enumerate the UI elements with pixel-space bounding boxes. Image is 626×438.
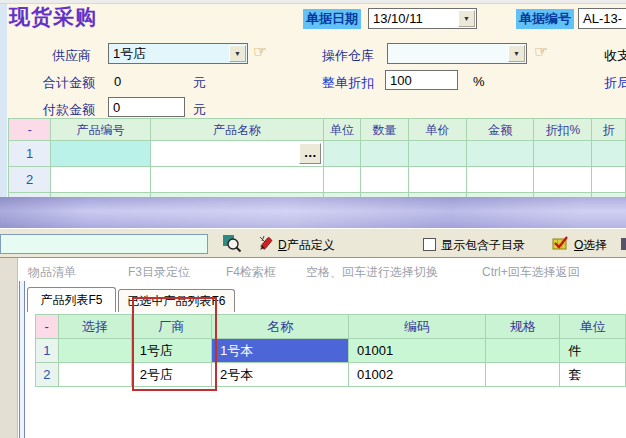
product-name-cell[interactable] — [151, 167, 324, 193]
doc-date-label: 单据日期 — [303, 9, 361, 29]
product-no-cell[interactable] — [51, 167, 150, 193]
doc-no-field[interactable]: AL-13- — [578, 8, 626, 29]
name-cell[interactable]: 2号本 — [212, 363, 349, 387]
order-discount-field[interactable]: 100 — [385, 70, 458, 90]
form-left-strip — [0, 4, 7, 197]
tab-product-list-f5[interactable]: 产品列表F5 — [27, 287, 116, 312]
select-cell[interactable] — [59, 339, 132, 363]
tree-splitter-handle[interactable] — [19, 281, 25, 438]
help-f3: F3目录定位 — [128, 264, 190, 281]
help-space-enter: 空格、回车进行选择切换 — [306, 264, 438, 281]
order-discount-label: 整单折扣 — [322, 74, 374, 92]
select-cell[interactable] — [59, 363, 132, 387]
col-header-discount-pct[interactable]: 折扣% — [534, 119, 592, 141]
col-header-truncated[interactable]: 折 — [592, 119, 626, 141]
search-input[interactable] — [0, 234, 208, 254]
product-no-cell[interactable] — [51, 141, 150, 167]
truncated-cell[interactable] — [592, 141, 626, 167]
col-header-code[interactable]: 编码 — [349, 315, 486, 339]
unit-cell[interactable] — [324, 167, 361, 193]
price-cell[interactable] — [409, 141, 467, 167]
discount-cell[interactable] — [534, 141, 592, 167]
order-items-table: - 产品编号 产品名称 单位 数量 单价 金额 折扣% 折 1 … 2 — [8, 118, 626, 197]
order-row-2[interactable]: 2 — [9, 167, 626, 193]
col-header-qty[interactable]: 数量 — [361, 119, 409, 141]
picker-row-2[interactable]: 2 2号店 2号本 01002 套 — [36, 363, 626, 387]
price-cell[interactable] — [409, 167, 467, 193]
col-header-dash[interactable]: - — [9, 119, 51, 141]
amount-cell[interactable] — [467, 141, 534, 167]
col-header-product-no[interactable]: 产品编号 — [51, 119, 150, 141]
show-subdir-checkbox[interactable] — [423, 238, 436, 251]
left-gutter — [0, 258, 18, 438]
name-cell-selected[interactable]: 1号本 — [212, 339, 349, 363]
pen-icon — [257, 233, 277, 253]
unit-cell[interactable]: 套 — [560, 363, 626, 387]
supplier-label: 供应商 — [52, 47, 91, 65]
col-header-amount[interactable]: 金额 — [467, 119, 534, 141]
supplier-combobox[interactable]: 1号店 ▼ — [108, 43, 248, 64]
hand-picker-icon[interactable]: ☞ — [253, 44, 267, 60]
search-icon — [221, 232, 243, 254]
amount-cell[interactable] — [467, 167, 534, 193]
qty-cell[interactable] — [361, 167, 409, 193]
col-header-spec[interactable]: 规格 — [486, 315, 560, 339]
show-subdir-label[interactable]: 显示包含子目录 — [441, 237, 525, 254]
chevron-down-icon[interactable]: ▼ — [229, 45, 246, 62]
order-discount-unit: % — [473, 74, 485, 89]
search-button[interactable] — [221, 232, 243, 254]
chevron-down-icon[interactable]: ▼ — [458, 10, 475, 27]
spec-cell[interactable] — [486, 363, 560, 387]
doc-date-value: 13/10/11 — [369, 11, 458, 26]
col-header-price[interactable]: 单价 — [409, 119, 467, 141]
row-number: 1 — [36, 339, 59, 363]
warehouse-label: 操作仓库 — [322, 47, 374, 65]
unit-cell[interactable] — [324, 141, 361, 167]
qty-cell[interactable] — [361, 141, 409, 167]
product-name-cell[interactable]: … — [151, 141, 324, 167]
col-header-product-name[interactable]: 产品名称 — [151, 119, 324, 141]
unit-cell[interactable]: 件 — [560, 339, 626, 363]
col-header-unit[interactable]: 单位 — [560, 315, 626, 339]
code-cell[interactable]: 01002 — [349, 363, 486, 387]
doc-no-label: 单据编号 — [516, 9, 574, 29]
paid-amount-unit: 元 — [193, 101, 206, 119]
paid-amount-field[interactable]: 0 — [108, 97, 185, 117]
col-header-select[interactable]: 选择 — [59, 315, 132, 339]
row-number: 2 — [9, 167, 51, 193]
help-f4: F4检索框 — [226, 264, 276, 281]
product-define-button[interactable] — [257, 233, 277, 253]
red-annotation-rectangle — [132, 297, 217, 391]
picker-row-1[interactable]: 1 1号店 1号本 01001 件 — [36, 339, 626, 363]
select-label[interactable]: O选择 — [574, 237, 607, 254]
partial-toolbar-icon — [621, 238, 626, 250]
code-cell[interactable]: 01001 — [349, 339, 486, 363]
row-number: 1 — [9, 141, 51, 167]
ellipsis-lookup-button[interactable]: … — [299, 143, 321, 164]
truncated-cell[interactable] — [592, 167, 626, 193]
product-picker-table: - 选择 厂商 名称 编码 规格 单位 1 1号店 1号本 01001 件 2 … — [35, 314, 626, 387]
row-number: 2 — [36, 363, 59, 387]
total-amount-unit: 元 — [193, 74, 206, 92]
hand-picker-icon[interactable]: ☞ — [534, 44, 548, 60]
chevron-down-icon[interactable]: ▼ — [508, 45, 525, 62]
after-discount-label-truncated: 折后 — [604, 74, 626, 92]
payment-label-truncated: 收支 — [604, 47, 626, 65]
discount-cell[interactable] — [534, 167, 592, 193]
doc-date-combobox[interactable]: 13/10/11 ▼ — [368, 8, 477, 29]
spec-cell[interactable] — [486, 339, 560, 363]
total-amount-label: 合计金额 — [43, 74, 95, 92]
col-header-unit[interactable]: 单位 — [324, 119, 361, 141]
page-title: 现货采购 — [9, 3, 97, 31]
product-define-label[interactable]: D产品定义 — [278, 237, 335, 254]
col-header-dash[interactable]: - — [36, 315, 59, 339]
order-table-header-row: - 产品编号 产品名称 单位 数量 单价 金额 折扣% 折 — [9, 119, 626, 141]
warehouse-combobox[interactable]: ▼ — [387, 43, 527, 64]
background-window-titlebar — [0, 197, 626, 228]
order-row-1[interactable]: 1 … — [9, 141, 626, 167]
picker-header-row: - 选择 厂商 名称 编码 规格 单位 — [36, 315, 626, 339]
total-amount-value: 0 — [114, 74, 121, 89]
select-button[interactable] — [552, 235, 569, 251]
help-ctrl-enter: Ctrl+回车选择返回 — [482, 264, 580, 281]
col-header-name[interactable]: 名称 — [212, 315, 349, 339]
